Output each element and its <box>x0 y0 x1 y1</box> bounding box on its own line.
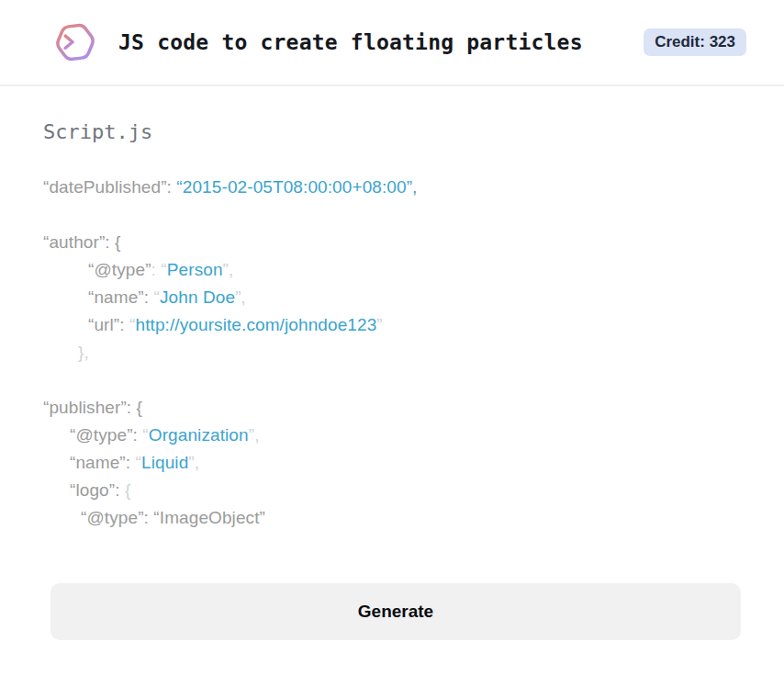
code-token: Liquid <box>141 453 188 472</box>
code-line: “name”: “John Doe”, <box>43 284 741 311</box>
code-token: “publisher” <box>43 398 127 417</box>
code-line <box>43 201 741 229</box>
main-content: Script.js “datePublished”: “2015-02-05T0… <box>0 86 784 640</box>
code-token: ” <box>376 315 382 334</box>
code-line: “datePublished”: “2015-02-05T08:00:00+08… <box>43 174 741 201</box>
code-token: { <box>125 480 130 500</box>
page-title: JS code to create floating particles <box>118 30 583 54</box>
code-token: : <box>167 177 177 197</box>
code-token: : <box>115 480 125 500</box>
file-title: Script.js <box>43 120 741 143</box>
code-token: : <box>144 287 154 307</box>
code-token: : <box>126 453 136 472</box>
credit-badge: Credit: 323 <box>644 28 746 56</box>
code-token: “ImageObject” <box>153 508 265 527</box>
code-token: ”, <box>188 453 199 472</box>
terminal-hexagon-icon <box>51 18 99 66</box>
generate-button[interactable]: Generate <box>50 583 741 640</box>
code-token: “@type” <box>70 425 133 445</box>
code-line: “@type”: “Person”, <box>43 256 741 284</box>
code-token: “name” <box>70 453 126 472</box>
code-token: : { <box>127 398 142 417</box>
code-line: “publisher”: { <box>43 394 741 422</box>
code-token: Organization <box>149 425 249 445</box>
code-line: “author”: { <box>43 229 741 256</box>
code-line <box>43 366 741 394</box>
code-token: http://yoursite.com/johndoe123 <box>135 315 376 334</box>
code-line: “url”: “http://yoursite.com/johndoe123” <box>43 311 741 339</box>
code-token: : <box>119 315 129 334</box>
code-token: John Doe <box>160 287 235 307</box>
code-token: “datePublished” <box>43 177 167 197</box>
header: JS code to create floating particles Cre… <box>0 0 784 86</box>
code-token: “2015-02-05T08:00:00+08:00”, <box>176 177 417 197</box>
code-token: : <box>133 425 143 445</box>
code-token: “logo” <box>70 480 115 500</box>
code-token: : <box>151 260 162 279</box>
code-token: “url” <box>88 315 119 334</box>
code-token: ”, <box>223 260 234 279</box>
code-line: “logo”: { <box>43 477 741 504</box>
code-token: ”, <box>249 425 260 445</box>
code-line: “name”: “Liquid”, <box>43 449 741 477</box>
code-line: “@type”: “Organization”, <box>43 422 741 449</box>
code-token: Person <box>167 260 223 279</box>
code-block: “datePublished”: “2015-02-05T08:00:00+08… <box>43 174 741 532</box>
code-line: }, <box>43 339 741 366</box>
code-token: : <box>144 508 154 527</box>
code-token: “@type” <box>88 260 151 279</box>
code-token: “author” <box>43 232 105 252</box>
code-token: “@type” <box>81 508 144 527</box>
code-token: ”, <box>235 287 246 307</box>
code-line: “@type”: “ImageObject” <box>43 504 741 532</box>
code-token: : { <box>105 232 120 252</box>
code-token: “name” <box>88 287 144 307</box>
code-token: }, <box>78 343 89 362</box>
